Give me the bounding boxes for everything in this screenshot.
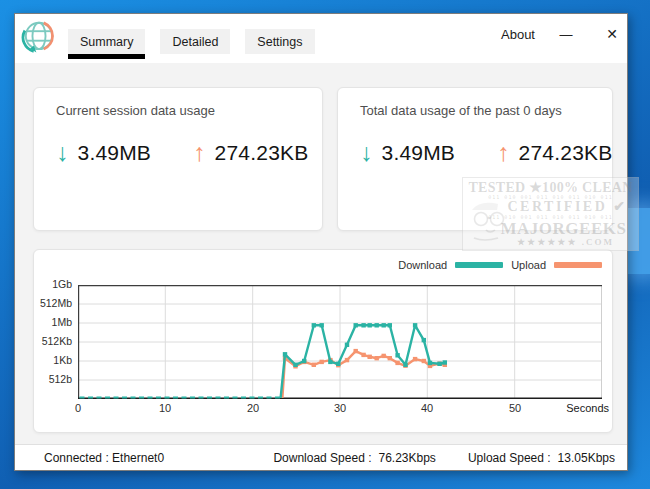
tab-settings[interactable]: Settings — [245, 29, 314, 54]
total-card-title: Total data usage of the past 0 days — [360, 103, 562, 118]
usage-chart-card: Download Upload 1Gb 512Mb 1Mb 512Kb 1Kb … — [33, 249, 613, 433]
download-speed-value: 76.23Kbps — [378, 451, 435, 465]
session-upload-stat: ↑ 274.23KB — [193, 140, 308, 165]
session-download-stat: ↓ 3.49MB — [56, 140, 151, 165]
legend-upload-label: Upload — [511, 259, 546, 271]
session-card-title: Current session data usage — [56, 103, 215, 118]
tab-detailed-label: Detailed — [172, 35, 218, 49]
total-usage-card: Total data usage of the past 0 days ↓ 3.… — [337, 87, 613, 231]
total-upload-value: 274.23KB — [519, 141, 613, 165]
legend-download-label: Download — [398, 259, 447, 271]
app-window: Summary Detailed Settings About — ✕ Curr… — [14, 13, 628, 471]
upload-arrow-icon: ↑ — [193, 140, 206, 165]
x-axis-unit-label: Seconds — [566, 402, 609, 414]
x-tick-20: 20 — [238, 402, 268, 414]
download-speed: Download Speed : 76.23Kbps — [273, 451, 435, 465]
download-arrow-icon: ↓ — [360, 140, 373, 165]
wallpaper-logo-pane — [628, 208, 650, 274]
session-upload-value: 274.23KB — [215, 141, 309, 165]
y-tick-1kb: 1Kb — [34, 354, 72, 366]
session-usage-card: Current session data usage ↓ 3.49MB ↑ 27… — [33, 87, 323, 231]
y-tick-512b: 512b — [34, 373, 72, 385]
x-tick-40: 40 — [412, 402, 442, 414]
upload-arrow-icon: ↑ — [497, 140, 510, 165]
upload-speed: Upload Speed : 13.05Kbps — [468, 451, 615, 465]
x-tick-0: 0 — [63, 402, 93, 414]
tab-summary[interactable]: Summary — [68, 29, 145, 54]
upload-speed-label: Upload Speed : — [468, 451, 551, 465]
close-icon: ✕ — [606, 26, 618, 42]
x-tick-10: 10 — [150, 402, 180, 414]
legend-upload-swatch — [554, 262, 602, 268]
x-tick-30: 30 — [325, 402, 355, 414]
tab-bar: Summary Detailed Settings — [68, 29, 315, 54]
total-upload-stat: ↑ 274.23KB — [497, 140, 612, 165]
status-bar: Connected : Ethernet0 Download Speed : 7… — [15, 444, 627, 470]
main-content: Current session data usage ↓ 3.49MB ↑ 27… — [15, 63, 627, 444]
legend-download-swatch — [455, 262, 503, 268]
close-button[interactable]: ✕ — [599, 22, 625, 46]
tab-summary-label: Summary — [80, 35, 133, 49]
minimize-icon: — — [560, 27, 573, 42]
app-globe-logo-icon — [20, 18, 58, 56]
tab-detailed[interactable]: Detailed — [160, 29, 230, 54]
session-download-value: 3.49MB — [78, 141, 152, 165]
titlebar: Summary Detailed Settings About — ✕ — [15, 14, 627, 63]
total-download-value: 3.49MB — [382, 141, 456, 165]
x-tick-50: 50 — [500, 402, 530, 414]
y-tick-1gb: 1Gb — [34, 278, 72, 290]
download-speed-label: Download Speed : — [273, 451, 371, 465]
tab-settings-label: Settings — [257, 35, 302, 49]
minimize-button[interactable]: — — [553, 22, 579, 46]
chart-legend: Download Upload — [398, 259, 602, 271]
about-button[interactable]: About — [501, 27, 535, 42]
y-tick-512mb: 512Mb — [34, 297, 72, 309]
y-tick-1mb: 1Mb — [34, 316, 72, 328]
download-arrow-icon: ↓ — [56, 140, 69, 165]
connection-status: Connected : Ethernet0 — [44, 451, 164, 465]
y-tick-512kb: 512Kb — [34, 335, 72, 347]
usage-chart-svg — [78, 285, 602, 399]
total-download-stat: ↓ 3.49MB — [360, 140, 455, 165]
upload-speed-value: 13.05Kbps — [558, 451, 615, 465]
